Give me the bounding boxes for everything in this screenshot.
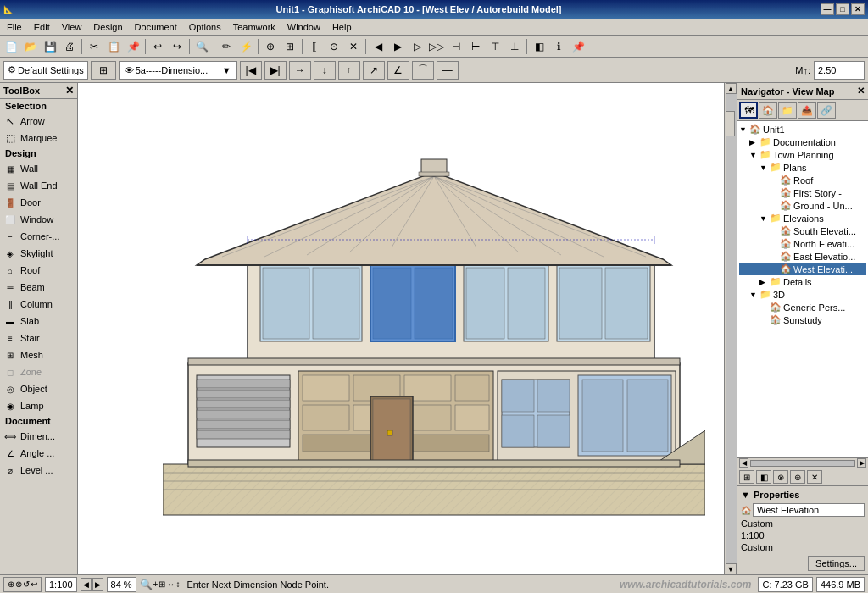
zoom-next-btn[interactable]: ▶ — [92, 578, 103, 591]
tb-nav6[interactable]: ⊥ — [505, 37, 524, 56]
tree-item-north-elev[interactable]: 🏠 North Elevati... — [739, 237, 866, 250]
tb-layer[interactable]: ⟦ — [305, 37, 324, 56]
tb-undo[interactable]: ↩ — [148, 37, 167, 56]
default-settings-btn[interactable]: ⚙ Default Settings — [3, 61, 88, 80]
nav-btn-home[interactable]: 🏠 — [759, 102, 777, 119]
menu-edit[interactable]: Edit — [29, 20, 55, 34]
toggle-documentation[interactable]: ▶ — [749, 138, 758, 147]
tb-back[interactable]: ◀ — [369, 37, 387, 56]
dimension-selector[interactable]: 👁 5a-----Dimensio... ▼ — [119, 61, 237, 80]
tb-new[interactable]: 📄 — [2, 37, 20, 56]
tool-window[interactable]: ⬜ Window — [0, 211, 77, 228]
scale-status[interactable]: 1:100 — [45, 577, 77, 592]
tool-door[interactable]: 🚪 Door — [0, 194, 77, 211]
menu-design[interactable]: Design — [88, 20, 127, 34]
right-arrow-btn[interactable]: → — [289, 61, 311, 80]
tb-pencil[interactable]: ✏ — [217, 37, 236, 56]
tb-nav1[interactable]: ▷ — [408, 37, 426, 56]
tool-lamp[interactable]: ◉ Lamp — [0, 397, 77, 414]
nav-buttons-status[interactable]: ⊕ ⊗ ↺ ↩ — [3, 577, 42, 592]
tool-corner[interactable]: ⌐ Corner-... — [0, 228, 77, 245]
tree-item-south-elev[interactable]: 🏠 South Elevati... — [739, 224, 866, 237]
up-arrow-btn[interactable]: ↑ — [338, 61, 360, 80]
zoom-scroll-btn[interactable]: ↕ — [175, 579, 180, 589]
nav-icon-btn3[interactable]: ⊗ — [773, 470, 788, 484]
line-btn[interactable]: ⌒ — [412, 61, 434, 80]
zoom-status[interactable]: 84 % — [107, 577, 136, 592]
zoom-fit-btn[interactable]: ⊞ — [159, 579, 165, 589]
tb-nav5[interactable]: ⊤ — [486, 37, 504, 56]
nav-btn-link[interactable]: 🔗 — [817, 102, 836, 119]
nav-scroll-left[interactable]: ◀ — [739, 458, 748, 468]
tool-roof[interactable]: ⌂ Roof — [0, 262, 77, 279]
tool-column[interactable]: ‖ Column — [0, 296, 77, 313]
tb-cut[interactable]: ✂ — [85, 37, 103, 56]
tree-item-generic-pers[interactable]: 🏠 Generic Pers... — [739, 301, 866, 313]
toggle-elevations[interactable]: ▼ — [760, 214, 768, 223]
tool-skylight[interactable]: ◈ Skylight — [0, 245, 77, 262]
zoom-prev-btn[interactable]: ◀ — [81, 578, 92, 591]
scroll-thumb[interactable] — [726, 111, 735, 136]
down-arrow-btn[interactable]: ↓ — [314, 61, 336, 80]
tb-forward[interactable]: ▶ — [388, 37, 407, 56]
tb-nav2[interactable]: ▷▷ — [427, 37, 446, 56]
tool-level[interactable]: ⌀ Level ... — [0, 462, 77, 479]
nav-scroll-right[interactable]: ▶ — [857, 458, 866, 468]
nav-icon-btn2[interactable]: ◧ — [756, 470, 771, 484]
nav-scrollbar[interactable]: ◀ ▶ — [737, 457, 868, 468]
toggle-town-planning[interactable]: ▼ — [749, 151, 758, 159]
close-button[interactable]: ✕ — [851, 3, 865, 15]
tool-dimen[interactable]: ⟺ Dimen... — [0, 428, 77, 445]
scroll-down-btn[interactable]: ▼ — [726, 563, 737, 574]
tree-item-details[interactable]: ▶ 📁 Details — [739, 275, 866, 288]
menu-window[interactable]: Window — [282, 20, 326, 34]
nav-icon-btn5[interactable]: ✕ — [807, 470, 822, 484]
tree-item-sunstudy[interactable]: 🏠 Sunstudy — [739, 313, 866, 326]
menu-view[interactable]: View — [57, 20, 87, 34]
tree-item-3d[interactable]: ▼ 📁 3D — [739, 288, 866, 301]
tool-wall-end[interactable]: ▤ Wall End — [0, 177, 77, 194]
tb-snap[interactable]: ⊕ — [261, 37, 280, 56]
nav-btn-folder[interactable]: 📁 — [778, 102, 797, 119]
nav-icon-btn4[interactable]: ⊕ — [790, 470, 805, 484]
nav-icon-btn1[interactable]: ⊞ — [739, 470, 754, 484]
tb-close-win[interactable]: ✕ — [344, 37, 363, 56]
tree-item-west-elev[interactable]: 🏠 West Elevati... — [739, 263, 866, 275]
scroll-up-btn[interactable]: ▲ — [726, 83, 737, 94]
nav-btn-viewmap[interactable]: 🗺 — [739, 102, 758, 119]
tb-copy[interactable]: 📋 — [104, 37, 123, 56]
tool-beam[interactable]: ═ Beam — [0, 279, 77, 296]
tree-item-ground[interactable]: 🏠 Ground - Un... — [739, 199, 866, 212]
tb-pin[interactable]: 📌 — [569, 37, 587, 56]
menu-teamwork[interactable]: Teamwork — [228, 20, 281, 34]
tb-snap2[interactable]: ⊞ — [281, 37, 299, 56]
tb-print[interactable]: 🖨 — [60, 37, 79, 56]
tb-nav3[interactable]: ⊣ — [447, 37, 465, 56]
measure-input[interactable] — [814, 61, 865, 80]
tool-slab[interactable]: ▬ Slab — [0, 313, 77, 330]
zoom-out-btn[interactable]: 🔍 — [140, 579, 153, 590]
tb-redo[interactable]: ↪ — [168, 37, 186, 56]
tb-3d[interactable]: ◧ — [530, 37, 548, 56]
tb-info[interactable]: ℹ — [549, 37, 568, 56]
tree-item-documentation[interactable]: ▶ 📁 Documentation — [739, 136, 866, 148]
tb-open[interactable]: 📂 — [21, 37, 40, 56]
tree-item-town-planning[interactable]: ▼ 📁 Town Planning — [739, 148, 866, 161]
toolbox-close-btn[interactable]: ✕ — [65, 85, 74, 97]
tool-arrow[interactable]: ↖ Arrow — [0, 113, 77, 130]
menu-document[interactable]: Document — [130, 20, 182, 34]
tool-mesh[interactable]: ⊞ Mesh — [0, 346, 77, 363]
dash-btn[interactable]: — — [437, 61, 459, 80]
tb-nav4[interactable]: ⊢ — [466, 37, 485, 56]
toggle-details[interactable]: ▶ — [760, 278, 768, 286]
angle-btn[interactable]: ∠ — [387, 61, 409, 80]
maximize-button[interactable]: □ — [836, 3, 849, 15]
minimize-button[interactable]: — — [821, 3, 834, 15]
tree-item-roof[interactable]: 🏠 Roof — [739, 174, 866, 186]
zoom-pan-btn[interactable]: ↔ — [166, 579, 175, 589]
floor-plan-btn[interactable]: ⊞ — [91, 61, 116, 80]
menu-help[interactable]: Help — [327, 20, 357, 34]
toggle-plans[interactable]: ▼ — [760, 163, 768, 172]
cursor-btn[interactable]: ↗ — [363, 61, 385, 80]
nav-btn-publish[interactable]: 📤 — [798, 102, 816, 119]
